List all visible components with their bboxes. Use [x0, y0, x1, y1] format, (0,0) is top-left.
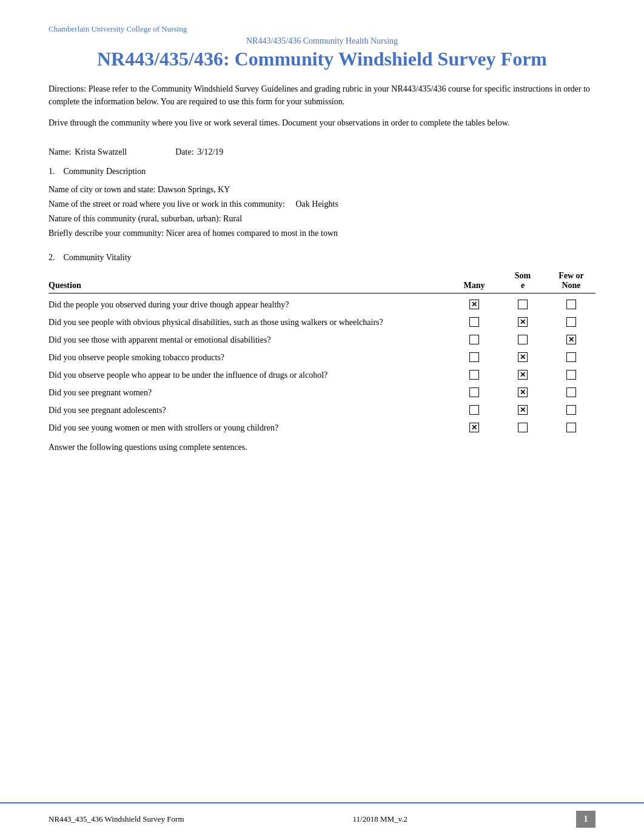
fewnone-checkbox [566, 352, 576, 362]
community-info: Name of city or town and state: Dawson S… [49, 183, 595, 240]
some-cell [498, 317, 547, 327]
table-row: Did you see pregnant women? [49, 384, 595, 401]
many-checkbox [469, 352, 479, 362]
some-checkbox [518, 423, 528, 432]
street-line: Name of the street or road where you liv… [49, 197, 595, 212]
fewnone-cell [547, 352, 595, 362]
some-cell [498, 352, 547, 362]
fewnone-cell [547, 335, 595, 344]
question-cell: Did you see pregnant adolescents? [49, 404, 450, 417]
footer-left: NR443_435_436 Windshield Survey Form [49, 814, 184, 824]
date-label: Date: [175, 147, 193, 157]
fewnone-cell [547, 317, 595, 327]
city-value: Dawson Springs, KY [158, 185, 230, 194]
section1-number: 1. [49, 167, 55, 176]
some-cell [498, 387, 547, 397]
describe-value: Nicer area of homes compared to most in … [166, 229, 338, 238]
city-label: Name of city or town and state: [49, 185, 156, 194]
fewnone-cell [547, 405, 595, 415]
date-value: 3/12/19 [198, 147, 224, 157]
many-cell [450, 317, 498, 327]
some-checkbox [518, 352, 528, 362]
some-checkbox [518, 405, 528, 415]
many-checkbox [469, 423, 479, 432]
fewnone-cell [547, 370, 595, 380]
fewnone-checkbox [566, 317, 576, 327]
many-cell [450, 405, 498, 415]
some-cell [498, 423, 547, 432]
vitality-table: Question Many Som e Few or None Did the … [49, 271, 595, 452]
some-line1: Som [515, 271, 531, 281]
many-checkbox [469, 300, 479, 309]
table-row: Did you see people with obvious physical… [49, 314, 595, 331]
subtitle: NR443/435/436 Community Health Nursing [49, 36, 595, 46]
footer-center: 11/2018 MM_v.2 [353, 814, 408, 824]
question-cell: Did you see those with apparent mental o… [49, 334, 450, 346]
table-row: Did you observe people smoking tobacco p… [49, 349, 595, 366]
city-line: Name of city or town and state: Dawson S… [49, 183, 595, 197]
table-row: Did you see those with apparent mental o… [49, 331, 595, 349]
fewnone-checkbox [566, 370, 576, 380]
some-checkbox [518, 335, 528, 344]
section1-title: Community Description [64, 167, 146, 176]
fewnone-checkbox [566, 335, 576, 344]
footer: NR443_435_436 Windshield Survey Form 11/… [0, 802, 644, 835]
main-title: NR443/435/436: Community Windshield Surv… [49, 47, 595, 70]
many-cell [450, 352, 498, 362]
answer-note: Answer the following questions using com… [49, 443, 595, 452]
fewnone-cell [547, 387, 595, 397]
some-checkbox [518, 300, 528, 309]
col-some-header: Som e [498, 271, 547, 290]
section2-title: Community Vitality [64, 253, 132, 262]
street-value: Oak Heights [295, 200, 338, 209]
fewnone-cell [547, 423, 595, 432]
section2-number: 2. [49, 253, 55, 262]
many-cell [450, 387, 498, 397]
question-cell: Did you see young women or men with stro… [49, 421, 450, 434]
many-cell [450, 423, 498, 432]
col-question-header: Question [49, 281, 450, 290]
table-row: Did you see young women or men with stro… [49, 419, 595, 437]
many-cell [450, 300, 498, 309]
page: Chamberlain University College of Nursin… [0, 0, 644, 835]
nature-label: Nature of this community (rural, suburba… [49, 214, 221, 223]
many-checkbox [469, 405, 479, 415]
fewnone-line2: None [562, 281, 580, 290]
table-row: Did you observe people who appear to be … [49, 366, 595, 384]
many-checkbox [469, 387, 479, 397]
table-row: Did the people you observed during your … [49, 296, 595, 314]
many-cell [450, 335, 498, 344]
question-cell: Did you see people with obvious physical… [49, 316, 450, 329]
directions-para2: Drive through the community where you li… [49, 116, 595, 129]
some-cell [498, 300, 547, 309]
some-cell [498, 405, 547, 415]
section2-header: 2. Community Vitality [49, 253, 595, 263]
question-cell: Did you see pregnant women? [49, 386, 450, 399]
fewnone-line1: Few or [558, 271, 584, 281]
describe-label: Briefly describe your community: [49, 229, 164, 238]
question-cell: Did you observe people who appear to be … [49, 369, 450, 381]
many-checkbox [469, 335, 479, 344]
fewnone-checkbox [566, 405, 576, 415]
name-date-row: Name: Krista Swatzell Date: 3/12/19 [49, 147, 595, 157]
name-label: Name: [49, 147, 71, 157]
table-header: Question Many Som e Few or None [49, 271, 595, 293]
section1-header: 1. Community Description [49, 167, 595, 176]
fewnone-checkbox [566, 300, 576, 309]
col-many-header: Many [450, 281, 498, 290]
some-checkbox [518, 370, 528, 380]
some-cell [498, 370, 547, 380]
some-line2: e [521, 281, 525, 290]
many-checkbox [469, 370, 479, 380]
fewnone-checkbox [566, 387, 576, 397]
name-value: Krista Swatzell [75, 147, 127, 157]
many-cell [450, 370, 498, 380]
nature-line: Nature of this community (rural, suburba… [49, 212, 595, 226]
top-link[interactable]: Chamberlain University College of Nursin… [49, 24, 595, 34]
footer-page: 1 [576, 811, 595, 828]
street-label: Name of the street or road where you liv… [49, 200, 285, 209]
fewnone-checkbox [566, 423, 576, 432]
fewnone-cell [547, 300, 595, 309]
directions-para1: Directions: Please refer to the Communit… [49, 82, 595, 108]
some-checkbox [518, 317, 528, 327]
